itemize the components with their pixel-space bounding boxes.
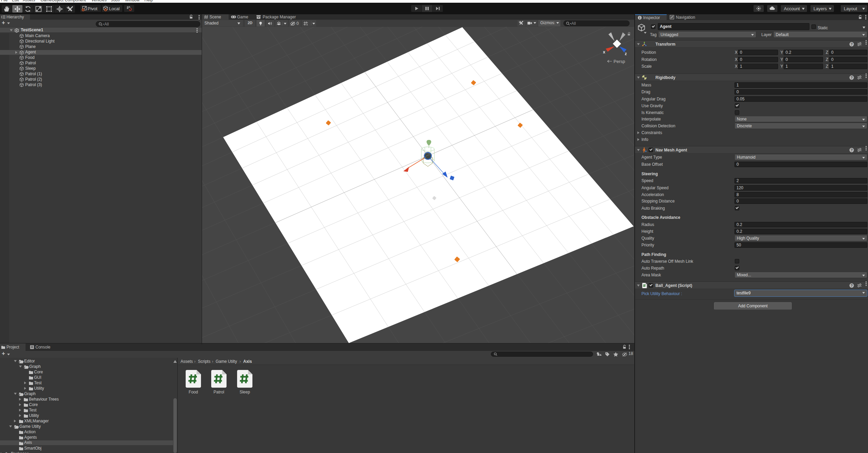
svg-text:?: ? [851,148,853,152]
svg-text:?: ? [851,76,853,80]
svg-text:z: z [625,51,627,56]
svg-text:Persp: Persp [614,59,625,64]
svg-text:x: x [603,50,605,54]
svg-text:?: ? [851,284,853,288]
svg-text:?: ? [851,43,853,46]
